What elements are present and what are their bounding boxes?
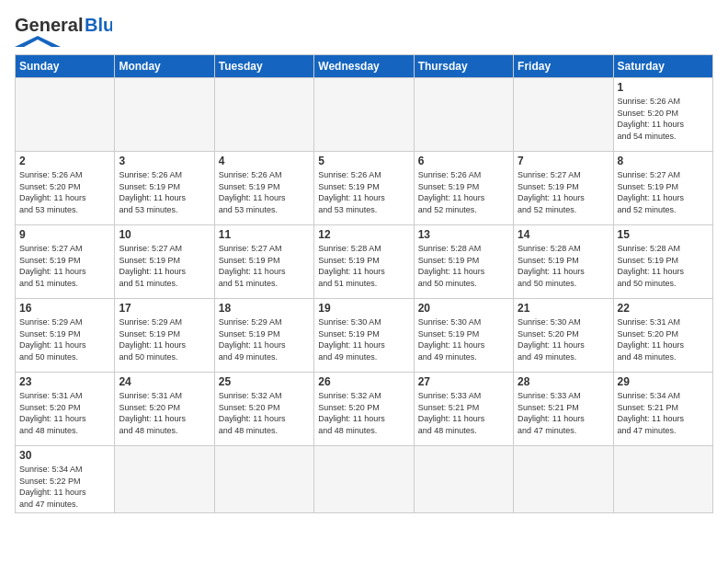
day-number: 2 [19,155,110,167]
day-number: 9 [19,228,110,241]
day-info: Sunrise: 5:26 AM Sunset: 5:19 PM Dayligh… [318,169,409,215]
svg-text:Blue: Blue [85,17,112,35]
col-saturday: Saturday [613,55,712,78]
day-number: 23 [19,375,110,388]
day-info: Sunrise: 5:26 AM Sunset: 5:19 PM Dayligh… [219,169,310,215]
day-number: 27 [418,375,509,388]
col-sunday: Sunday [16,55,115,78]
day-number: 14 [518,228,609,241]
table-row [414,446,513,513]
table-row: 19Sunrise: 5:30 AM Sunset: 5:19 PM Dayli… [314,299,414,373]
calendar-header-row: Sunday Monday Tuesday Wednesday Thursday… [16,55,713,78]
day-info: Sunrise: 5:28 AM Sunset: 5:19 PM Dayligh… [418,243,509,289]
table-row: 10Sunrise: 5:27 AM Sunset: 5:19 PM Dayli… [115,225,214,299]
col-thursday: Thursday [414,55,513,78]
table-row: 15Sunrise: 5:28 AM Sunset: 5:19 PM Dayli… [613,225,712,299]
table-row: 9Sunrise: 5:27 AM Sunset: 5:19 PM Daylig… [16,225,115,299]
logo: General Blue [15,15,112,47]
table-row: 21Sunrise: 5:30 AM Sunset: 5:20 PM Dayli… [514,299,613,373]
day-number: 29 [618,375,709,388]
day-number: 16 [19,302,110,315]
day-info: Sunrise: 5:28 AM Sunset: 5:19 PM Dayligh… [618,243,709,289]
table-row: 20Sunrise: 5:30 AM Sunset: 5:19 PM Dayli… [414,299,513,373]
day-info: Sunrise: 5:27 AM Sunset: 5:19 PM Dayligh… [219,243,310,289]
table-row: 28Sunrise: 5:33 AM Sunset: 5:21 PM Dayli… [514,373,613,446]
day-info: Sunrise: 5:29 AM Sunset: 5:19 PM Dayligh… [219,316,310,362]
day-info: Sunrise: 5:27 AM Sunset: 5:19 PM Dayligh… [119,243,210,289]
table-row: 3Sunrise: 5:26 AM Sunset: 5:19 PM Daylig… [115,152,214,225]
day-number: 21 [518,302,609,315]
day-number: 20 [418,302,509,315]
day-info: Sunrise: 5:29 AM Sunset: 5:19 PM Dayligh… [119,316,210,362]
col-tuesday: Tuesday [214,55,313,78]
day-info: Sunrise: 5:29 AM Sunset: 5:19 PM Dayligh… [19,316,110,362]
day-number: 4 [219,155,310,167]
table-row: 25Sunrise: 5:32 AM Sunset: 5:20 PM Dayli… [214,373,313,446]
table-row: 16Sunrise: 5:29 AM Sunset: 5:19 PM Dayli… [16,299,115,373]
day-number: 24 [119,375,210,388]
day-info: Sunrise: 5:27 AM Sunset: 5:19 PM Dayligh… [518,169,609,215]
day-number: 19 [318,302,409,315]
day-info: Sunrise: 5:26 AM Sunset: 5:19 PM Dayligh… [119,169,210,215]
day-number: 28 [518,375,609,388]
day-info: Sunrise: 5:28 AM Sunset: 5:19 PM Dayligh… [518,243,609,289]
day-number: 30 [19,449,110,462]
table-row: 18Sunrise: 5:29 AM Sunset: 5:19 PM Dayli… [214,299,313,373]
day-info: Sunrise: 5:26 AM Sunset: 5:19 PM Dayligh… [418,169,509,215]
day-info: Sunrise: 5:27 AM Sunset: 5:19 PM Dayligh… [618,169,709,215]
header: General Blue [15,15,713,47]
day-number: 17 [119,302,210,315]
svg-marker-1 [15,36,61,47]
day-info: Sunrise: 5:32 AM Sunset: 5:20 PM Dayligh… [318,390,409,436]
table-row [414,78,513,152]
table-row: 7Sunrise: 5:27 AM Sunset: 5:19 PM Daylig… [514,152,613,225]
logo-blue-icon: Blue [85,17,112,35]
table-row [115,446,214,513]
table-row [16,78,115,152]
day-number: 26 [318,375,409,388]
table-row [314,78,414,152]
table-row: 6Sunrise: 5:26 AM Sunset: 5:19 PM Daylig… [414,152,513,225]
logo-general-text: General [15,15,83,36]
table-row: 26Sunrise: 5:32 AM Sunset: 5:20 PM Dayli… [314,373,414,446]
table-row: 27Sunrise: 5:33 AM Sunset: 5:21 PM Dayli… [414,373,513,446]
day-info: Sunrise: 5:31 AM Sunset: 5:20 PM Dayligh… [618,316,709,362]
table-row: 23Sunrise: 5:31 AM Sunset: 5:20 PM Dayli… [16,373,115,446]
day-number: 6 [418,155,509,167]
day-number: 7 [518,155,609,167]
table-row: 30Sunrise: 5:34 AM Sunset: 5:22 PM Dayli… [16,446,115,513]
day-info: Sunrise: 5:33 AM Sunset: 5:21 PM Dayligh… [418,390,509,436]
day-number: 10 [119,228,210,241]
table-row: 8Sunrise: 5:27 AM Sunset: 5:19 PM Daylig… [613,152,712,225]
table-row [514,446,613,513]
table-row: 2Sunrise: 5:26 AM Sunset: 5:20 PM Daylig… [16,152,115,225]
table-row: 24Sunrise: 5:31 AM Sunset: 5:20 PM Dayli… [115,373,214,446]
table-row [115,78,214,152]
day-number: 25 [219,375,310,388]
day-info: Sunrise: 5:31 AM Sunset: 5:20 PM Dayligh… [19,390,110,436]
calendar-table: Sunday Monday Tuesday Wednesday Thursday… [15,54,713,513]
table-row [214,78,313,152]
day-number: 1 [618,81,709,94]
day-info: Sunrise: 5:26 AM Sunset: 5:20 PM Dayligh… [618,96,709,142]
table-row [613,446,712,513]
table-row [314,446,414,513]
day-info: Sunrise: 5:34 AM Sunset: 5:21 PM Dayligh… [618,390,709,436]
table-row: 11Sunrise: 5:27 AM Sunset: 5:19 PM Dayli… [214,225,313,299]
day-number: 22 [618,302,709,315]
table-row: 13Sunrise: 5:28 AM Sunset: 5:19 PM Dayli… [414,225,513,299]
day-info: Sunrise: 5:34 AM Sunset: 5:22 PM Dayligh… [19,464,110,510]
table-row: 17Sunrise: 5:29 AM Sunset: 5:19 PM Dayli… [115,299,214,373]
col-monday: Monday [115,55,214,78]
day-info: Sunrise: 5:28 AM Sunset: 5:19 PM Dayligh… [318,243,409,289]
day-info: Sunrise: 5:27 AM Sunset: 5:19 PM Dayligh… [19,243,110,289]
day-number: 3 [119,155,210,167]
day-number: 5 [318,155,409,167]
table-row: 5Sunrise: 5:26 AM Sunset: 5:19 PM Daylig… [314,152,414,225]
day-info: Sunrise: 5:31 AM Sunset: 5:20 PM Dayligh… [119,390,210,436]
col-friday: Friday [514,55,613,78]
table-row: 29Sunrise: 5:34 AM Sunset: 5:21 PM Dayli… [613,373,712,446]
day-info: Sunrise: 5:26 AM Sunset: 5:20 PM Dayligh… [19,169,110,215]
day-number: 11 [219,228,310,241]
day-info: Sunrise: 5:30 AM Sunset: 5:20 PM Dayligh… [518,316,609,362]
